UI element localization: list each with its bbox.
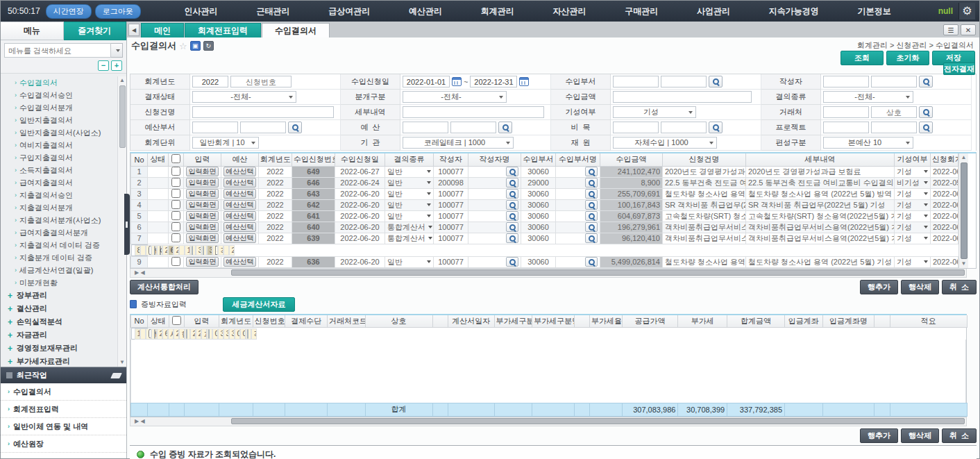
- detail-desc-input[interactable]: [403, 106, 544, 118]
- dropdown-cell[interactable]: 기성: [897, 257, 928, 267]
- topbar-menu[interactable]: 회계관리: [481, 6, 514, 17]
- topbar-menu[interactable]: 구매관리: [625, 6, 658, 17]
- budget-select-button[interactable]: 예산선택: [223, 233, 256, 243]
- row-checkbox[interactable]: [171, 233, 180, 242]
- budget-select-button[interactable]: 예산선택: [160, 246, 161, 256]
- row-checkbox[interactable]: [171, 222, 180, 231]
- search-icon[interactable]: [919, 106, 933, 118]
- cancel-button[interactable]: 취 소: [942, 428, 977, 443]
- recent-work-item[interactable]: ›수입결의서: [1, 383, 126, 401]
- input-screen-button[interactable]: 입력화면: [186, 222, 219, 232]
- expand-all-button[interactable]: +: [111, 60, 122, 71]
- sidebar-group[interactable]: +결산관리: [1, 302, 126, 315]
- search-icon[interactable]: [506, 257, 518, 267]
- table-row[interactable]: 6 입력화면 예산선택 20226402022-06-20 통합계산서10007…: [131, 222, 958, 233]
- topbar-menu[interactable]: 예산관리: [409, 6, 442, 17]
- sidebar-group[interactable]: +부가세자료관리: [1, 355, 126, 367]
- electronic-approval-button[interactable]: 전자결재: [943, 62, 975, 75]
- sidebar-group[interactable]: +경영정보재무관리: [1, 342, 126, 355]
- sidebar-item[interactable]: ›지출결의서 데이터 검증: [1, 239, 126, 251]
- add-row-button[interactable]: 행추가: [860, 280, 898, 294]
- reset-button[interactable]: 초기화: [886, 51, 929, 65]
- budget-select-button[interactable]: 예산선택: [223, 222, 256, 232]
- sidebar-tab-menu[interactable]: 메뉴: [1, 22, 64, 40]
- search-icon[interactable]: [585, 211, 598, 221]
- input-screen-button[interactable]: 입력화면: [186, 178, 219, 187]
- table-row[interactable]: 1 입력화면 2022638세금계산서/... 23500한국철도공사 2022…: [131, 328, 148, 340]
- budget-select-button[interactable]: 예산선택: [223, 178, 256, 187]
- search-icon[interactable]: [919, 76, 933, 87]
- income-dept-name-input[interactable]: [661, 76, 707, 87]
- budget-select-button[interactable]: 예산선택: [223, 189, 256, 199]
- search-icon[interactable]: [585, 200, 598, 210]
- project-code-input[interactable]: [823, 122, 869, 133]
- search-icon[interactable]: [585, 189, 598, 199]
- input-screen-button[interactable]: 입력화면: [186, 200, 219, 210]
- table-row[interactable]: 2 입력화면 예산선택 20226462022-06-24 일반20009829…: [131, 177, 958, 188]
- sidebar-item[interactable]: ›지출결의서승인: [1, 189, 126, 201]
- menu-search-input[interactable]: [4, 43, 111, 58]
- calendar-icon[interactable]: [452, 77, 462, 86]
- refresh-icon[interactable]: ↻: [203, 41, 214, 51]
- recent-work-item[interactable]: ›일반이체 연동 및 내역: [1, 418, 126, 435]
- topbar-menu[interactable]: 사업관리: [697, 6, 730, 17]
- row-checkbox[interactable]: [171, 154, 180, 163]
- fund-source-select[interactable]: 자체수입 | 1000: [613, 137, 717, 149]
- date-to-input[interactable]: [470, 76, 517, 87]
- topbar-menu[interactable]: 지속가능경영: [769, 6, 819, 17]
- table-row[interactable]: 8 입력화면 예산선택 20226382022-06-20 통합계산서10007…: [131, 244, 148, 256]
- document-tab[interactable]: 수입결의서: [262, 23, 330, 37]
- sidebar-item[interactable]: ›수입결의서: [1, 76, 126, 89]
- row-checkbox[interactable]: [171, 211, 180, 220]
- dropdown-cell[interactable]: 기성: [897, 211, 928, 222]
- approval-status-select[interactable]: -전체-: [192, 91, 296, 103]
- search-icon[interactable]: [506, 211, 518, 221]
- search-icon[interactable]: [585, 257, 598, 267]
- scrollbar-thumb[interactable]: [231, 269, 965, 276]
- sidebar-item[interactable]: ›일반지출결의서: [1, 114, 126, 126]
- scroll-arrows-icon[interactable]: ▶ ◀: [135, 418, 145, 424]
- screen-capture-icon[interactable]: ▣: [190, 41, 201, 51]
- income-dept-code-input[interactable]: [613, 76, 659, 87]
- sidebar-item[interactable]: ›지출결의서분개: [1, 201, 126, 214]
- tax-invoice-data-button[interactable]: 세금계산서자료: [223, 297, 295, 312]
- sidebar-group[interactable]: +손익실적분석: [1, 315, 126, 328]
- document-tab[interactable]: 메인: [141, 23, 184, 37]
- dropdown-cell[interactable]: 통합계산서: [387, 222, 431, 233]
- settings-button[interactable]: ⚙: [958, 3, 975, 19]
- add-row-button[interactable]: 행추가: [860, 428, 898, 443]
- budget-name-input[interactable]: [450, 122, 496, 133]
- request-title-input[interactable]: [192, 106, 334, 118]
- close-icon[interactable]: ✕: [961, 24, 976, 35]
- input-screen-button[interactable]: 입력화면: [186, 189, 219, 199]
- dropdown-cell[interactable]: 일반: [387, 200, 431, 210]
- dropdown-cell[interactable]: 일반: [387, 178, 431, 188]
- search-icon[interactable]: [506, 167, 518, 176]
- eraser-icon[interactable]: [110, 373, 122, 378]
- budget-dept-name-input[interactable]: [240, 122, 286, 133]
- window-menu-button[interactable]: ☰: [943, 24, 958, 35]
- input-screen-button[interactable]: 입력화면: [186, 211, 219, 221]
- sidebar-item[interactable]: ›미분개현황: [1, 276, 126, 289]
- topbar-menu[interactable]: 기본정보: [858, 6, 891, 17]
- table-row[interactable]: 4 입력화면 예산선택 20226422022-06-20 일반10007730…: [131, 199, 958, 210]
- writer-code-input[interactable]: [823, 76, 869, 87]
- scroll-up-icon[interactable]: ▲: [119, 76, 125, 85]
- tab-scroll-left-button[interactable]: ◀: [128, 24, 140, 36]
- search-icon[interactable]: [506, 189, 518, 199]
- budget-code-input[interactable]: [403, 122, 448, 133]
- dropdown-cell[interactable]: 일반: [387, 211, 431, 222]
- search-icon[interactable]: [288, 122, 302, 133]
- input-screen-button[interactable]: 입력화면: [186, 257, 219, 267]
- row-checkbox[interactable]: [171, 178, 180, 187]
- organization-select[interactable]: 코레일테크 | 1000: [403, 137, 514, 149]
- search-icon[interactable]: [585, 178, 598, 187]
- calendar-icon[interactable]: [519, 77, 529, 86]
- input-screen-button[interactable]: 입력화면: [154, 329, 155, 339]
- scrollbar-thumb[interactable]: [961, 162, 968, 259]
- writer-name-input[interactable]: [871, 76, 917, 87]
- sidebar-item[interactable]: ›급여지출결의서분개: [1, 226, 126, 239]
- dropdown-cell[interactable]: 통합계산서: [387, 233, 431, 244]
- search-icon[interactable]: [186, 329, 187, 339]
- search-icon[interactable]: [506, 200, 518, 210]
